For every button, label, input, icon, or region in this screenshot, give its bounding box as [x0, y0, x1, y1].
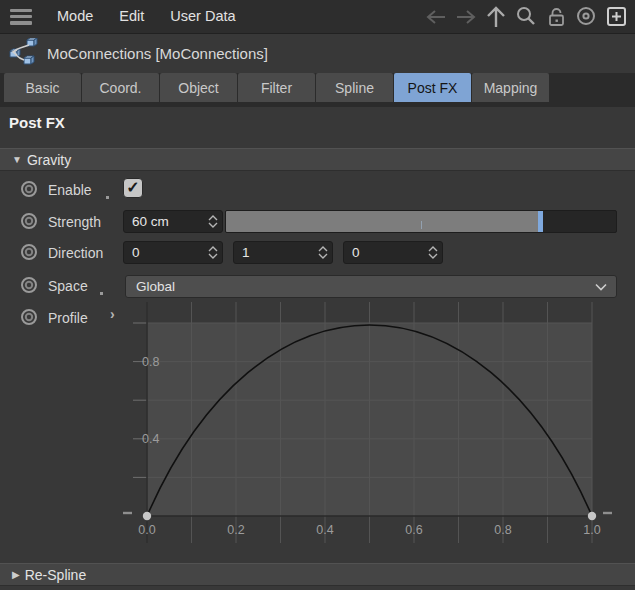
direction-x-input[interactable]: 0	[123, 241, 223, 264]
profile-spline-graph[interactable]: 0.00.20.40.60.81.00.40.8	[121, 300, 635, 545]
y-tick-label: 0.4	[142, 432, 159, 446]
chevron-down-icon	[594, 283, 616, 291]
strength-slider[interactable]	[225, 210, 617, 233]
target-icon[interactable]	[573, 4, 599, 30]
direction-label: Direction	[48, 243, 103, 263]
x-tick-label: 1.0	[583, 523, 600, 537]
keyframe-circle-icon[interactable]	[20, 276, 38, 294]
moconnections-object-icon	[7, 37, 39, 69]
menu-edit[interactable]: Edit	[106, 0, 157, 33]
tab-object[interactable]: Object	[160, 73, 237, 102]
direction-z-value: 0	[344, 245, 424, 260]
direction-x-value: 0	[124, 245, 204, 260]
tab-mapping[interactable]: Mapping	[472, 73, 549, 102]
keyframe-circle-icon[interactable]	[20, 212, 38, 230]
label-ellipsis-dot	[100, 292, 103, 295]
x-tick-label: 0.0	[138, 523, 155, 537]
section-label: Re-Spline	[25, 567, 86, 583]
strength-label: Strength	[48, 212, 101, 232]
section-label: Gravity	[27, 152, 71, 168]
object-title: MoConnections [MoConnections]	[47, 45, 268, 62]
y-tick-label: 0.8	[142, 355, 159, 369]
keyframe-circle-icon[interactable]	[20, 308, 38, 326]
strength-input[interactable]: 60 cm	[123, 210, 223, 233]
section-header-gravity[interactable]: ▼ Gravity	[0, 148, 635, 171]
x-tick-label: 0.4	[316, 523, 333, 537]
direction-z-input[interactable]: 0	[343, 241, 443, 264]
tab-post-fx[interactable]: Post FX	[394, 73, 471, 102]
tab-strip: BasicCoord.ObjectFilterSplinePost FXMapp…	[0, 73, 635, 107]
add-icon[interactable]	[603, 4, 629, 30]
space-dropdown[interactable]: Global	[125, 275, 617, 298]
lock-icon[interactable]	[543, 4, 569, 30]
collapse-triangle-icon: ▶	[12, 569, 20, 580]
menu-mode[interactable]: Mode	[44, 0, 106, 33]
keyframe-circle-icon[interactable]	[20, 243, 38, 261]
search-icon[interactable]	[513, 4, 539, 30]
space-value: Global	[126, 279, 594, 294]
spinner-arrows[interactable]	[204, 211, 222, 232]
x-tick-label: 0.6	[405, 523, 422, 537]
keyframe-circle-icon[interactable]	[20, 180, 38, 198]
tab-filter[interactable]: Filter	[238, 73, 315, 102]
back-icon[interactable]	[423, 4, 449, 30]
toolbar	[423, 4, 635, 30]
profile-label: Profile	[48, 308, 88, 328]
direction-y-input[interactable]: 1	[233, 241, 333, 264]
enable-label: Enable	[48, 180, 92, 200]
space-label: Space	[48, 276, 88, 296]
spinner-arrows[interactable]	[314, 242, 332, 263]
collapse-triangle-icon: ▼	[12, 154, 22, 165]
tab-coord-[interactable]: Coord.	[82, 73, 159, 102]
object-header: MoConnections [MoConnections]	[0, 34, 635, 72]
control-point[interactable]	[588, 512, 596, 520]
section-header-respline[interactable]: ▶ Re-Spline	[0, 563, 635, 586]
up-icon[interactable]	[483, 4, 509, 30]
slider-fill	[226, 211, 538, 232]
menu-user-data[interactable]: User Data	[157, 0, 248, 33]
strength-value: 60 cm	[124, 214, 204, 229]
checkmark-icon: ✓	[126, 180, 139, 196]
tab-basic[interactable]: Basic	[4, 73, 81, 102]
direction-y-value: 1	[234, 245, 314, 260]
menu-bar: ModeEditUser Data	[0, 0, 635, 34]
tab-spline[interactable]: Spline	[316, 73, 393, 102]
page-title: Post FX	[9, 114, 65, 131]
x-tick-label: 0.8	[494, 523, 511, 537]
forward-icon[interactable]	[453, 4, 479, 30]
hamburger-menu-icon[interactable]	[10, 9, 32, 25]
x-tick-label: 0.2	[227, 523, 244, 537]
slider-center-tick	[421, 221, 422, 229]
label-ellipsis-dot	[106, 196, 109, 199]
spinner-arrows[interactable]	[424, 242, 442, 263]
slider-handle[interactable]	[538, 211, 543, 232]
enable-checkbox[interactable]: ✓	[123, 178, 143, 198]
menu-items: ModeEditUser Data	[44, 0, 249, 33]
spinner-arrows[interactable]	[204, 242, 222, 263]
chevron-right-icon[interactable]: ›	[110, 306, 115, 322]
control-point[interactable]	[143, 512, 151, 520]
